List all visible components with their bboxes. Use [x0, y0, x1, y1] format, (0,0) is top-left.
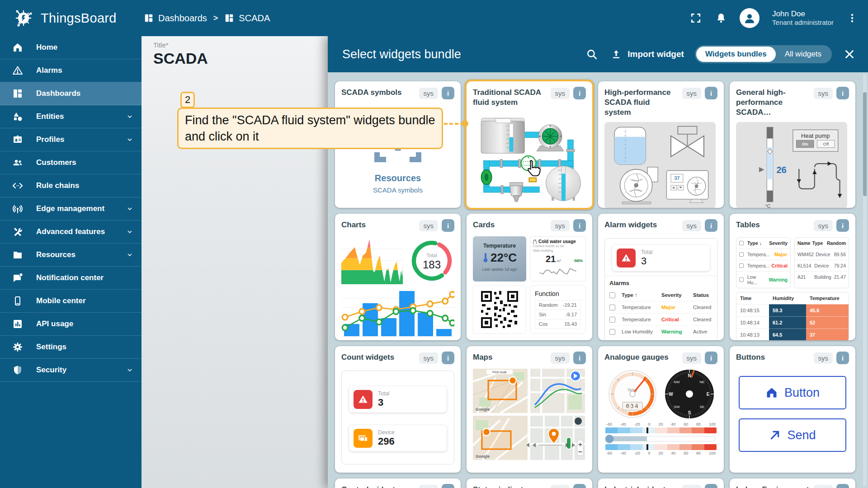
bundle-card-indoor-environment[interactable]: Indoor Environment sysi — [730, 479, 855, 488]
info-button[interactable]: i — [836, 219, 849, 232]
sidebar-item-alarms[interactable]: Alarms — [0, 59, 142, 82]
select-widgets-header: Select widgets bundle Import widget Widg… — [328, 36, 868, 72]
checkbox[interactable] — [739, 252, 744, 257]
bundle-title: Charts — [341, 219, 415, 230]
kebab-menu-icon[interactable] — [845, 11, 859, 25]
sidebar-item-entities[interactable]: Entities — [0, 105, 142, 128]
dial-digital-value: 034 — [626, 403, 639, 409]
info-button[interactable]: i — [836, 352, 849, 364]
bundle-card-count-widgets[interactable]: Count widgets sysi Total 3 — [335, 346, 461, 473]
step-back-icon[interactable] — [533, 443, 536, 447]
thermometer-icon — [482, 253, 489, 263]
info-button[interactable]: i — [705, 484, 717, 488]
info-button[interactable]: i — [573, 87, 586, 99]
checkbox[interactable] — [609, 329, 615, 335]
notifications-bell-icon[interactable] — [714, 11, 728, 25]
slider-thumb[interactable] — [605, 435, 613, 443]
bundle-card-maps[interactable]: Maps sysi Firs — [467, 346, 592, 473]
sys-badge: sys — [814, 485, 833, 488]
info-button[interactable]: i — [836, 87, 849, 99]
trip-slider[interactable] — [539, 445, 562, 446]
breadcrumb-scada[interactable]: SCADA — [224, 13, 270, 23]
skip-start-icon[interactable] — [526, 443, 529, 447]
info-button[interactable]: i — [573, 484, 586, 488]
resources-link-title: Resources — [375, 173, 421, 183]
info-button[interactable]: i — [442, 484, 454, 488]
bundle-card-tables[interactable]: Tables sysi Type ↓Severity Tempera...Maj… — [730, 214, 855, 340]
sidebar-item-home[interactable]: Home — [0, 36, 142, 59]
checkbox[interactable] — [609, 292, 615, 298]
info-button[interactable]: i — [573, 219, 586, 232]
bundle-card-analogue-gauges[interactable]: Analogue gauges sysi Temp — [598, 346, 724, 473]
bundle-card-cards[interactable]: Cards sysi Temperature 22°C Last update … — [467, 214, 592, 340]
checkbox[interactable] — [739, 241, 744, 245]
breadcrumb-dashboards[interactable]: Dashboards — [144, 13, 207, 23]
toggle-widgets-bundles[interactable]: Widgets bundles — [696, 47, 776, 62]
sidebar-item-edge-management[interactable]: Edge management — [0, 197, 142, 221]
checkbox[interactable] — [609, 317, 615, 323]
sidebar-item-rule-chains[interactable]: Rule chains — [0, 174, 142, 197]
sidebar-item-customers[interactable]: Customers — [0, 151, 142, 174]
donut-label: Total — [408, 253, 455, 258]
sys-badge: sys — [551, 485, 570, 488]
bundle-card-status-indicators[interactable]: Status indicators sysi — [467, 479, 592, 488]
user-info[interactable]: John Doe Tenant administrator — [772, 9, 834, 27]
info-button[interactable]: i — [705, 87, 717, 99]
info-button[interactable]: i — [573, 352, 586, 364]
temperature-unit: °C — [765, 203, 770, 208]
donut-chart: Total 183 — [408, 237, 455, 284]
scrollbar-track[interactable] — [863, 74, 867, 486]
sidebar-item-profiles[interactable]: Profiles — [0, 128, 142, 151]
sidebar-item-mobile-center[interactable]: Mobile center — [0, 290, 142, 313]
sidebar: Home Alarms Dashboards Entities Profiles… — [0, 36, 142, 488]
info-button[interactable]: i — [442, 87, 454, 99]
edge-antenna-icon — [12, 203, 24, 215]
svg-text:SE: SE — [700, 405, 705, 409]
gauge-slider[interactable] — [605, 434, 717, 443]
checkbox[interactable] — [739, 263, 744, 268]
import-widget-button[interactable]: Import widget — [609, 47, 684, 61]
bundle-card-industrial-widgets[interactable]: Industrial widgets sysi — [598, 479, 724, 488]
scrollbar-thumb[interactable] — [863, 92, 867, 196]
dashboard-title-value[interactable]: SCADA — [153, 50, 208, 67]
thingsboard-app: ThingsBoard Dashboards > SCADA — [0, 0, 868, 488]
sidebar-item-settings[interactable]: Settings — [0, 336, 142, 359]
sidebar-item-security[interactable]: Security — [0, 359, 142, 382]
info-button[interactable]: i — [836, 484, 849, 488]
tables-preview-top: Type ↓Severity Tempera...Major Tempera..… — [736, 237, 849, 288]
info-button[interactable]: i — [442, 352, 454, 364]
tour-connector-line — [444, 123, 464, 125]
bundle-card-general-high-performance-scada[interactable]: General high-performance SCADA… sysi 26 … — [730, 81, 855, 208]
sidebar-item-advanced-features[interactable]: Advanced features — [0, 221, 142, 244]
sys-badge: sys — [682, 485, 702, 488]
sidebar-item-resources[interactable]: Resources — [0, 244, 142, 267]
sidebar-item-api-usage[interactable]: API usage — [0, 313, 142, 336]
bundle-card-charts[interactable]: Charts sysi — [335, 214, 461, 340]
bundle-card-buttons[interactable]: Buttons sysi Button Send — [730, 346, 855, 473]
bundle-card-control-widgets[interactable]: Control widgets sysi — [335, 479, 461, 488]
info-button[interactable]: i — [442, 219, 454, 232]
sys-badge: sys — [419, 485, 439, 488]
sidebar-item-dashboards[interactable]: Dashboards — [0, 82, 142, 105]
smartphone-icon — [12, 295, 24, 307]
bundle-card-alarm-widgets[interactable]: Alarm widgets sysi Total 3 Alarms — [598, 214, 724, 340]
toggle-all-widgets[interactable]: All widgets — [776, 47, 830, 62]
skip-end-icon[interactable] — [572, 443, 575, 447]
step-forward-icon[interactable] — [566, 443, 569, 447]
bundle-card-traditional-scada-fluid-system[interactable]: Traditional SCADA fluid system sysi — [465, 80, 594, 210]
heat-pump-title: Heat pump — [801, 132, 830, 139]
bundle-card-high-performance-scada[interactable]: High-performance SCADA fluid system sysi — [598, 81, 724, 208]
search-icon[interactable] — [585, 47, 599, 61]
gauge-bar-top — [605, 427, 717, 433]
user-avatar[interactable] — [740, 8, 760, 28]
info-button[interactable]: i — [705, 352, 717, 364]
preview-button-home: Button — [739, 376, 846, 409]
checkbox[interactable] — [739, 277, 744, 282]
brand[interactable]: ThingsBoard — [13, 7, 144, 29]
fullscreen-icon[interactable] — [689, 11, 703, 25]
close-icon[interactable] — [843, 47, 856, 61]
checkbox[interactable] — [609, 305, 615, 310]
alarms-section-title: Alarms — [609, 280, 712, 286]
sidebar-item-notification-center[interactable]: Notification center — [0, 267, 142, 290]
info-button[interactable]: i — [705, 219, 717, 232]
